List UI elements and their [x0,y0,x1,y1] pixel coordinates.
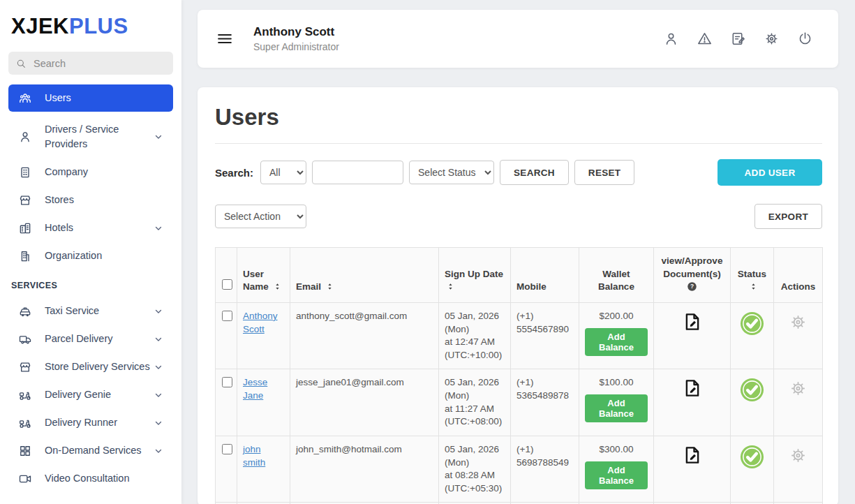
sidebar-item-company[interactable]: Company [8,158,173,186]
view-document-icon[interactable] [682,378,703,399]
wallet-cell: $200.00Add Balance [579,302,654,369]
alerts-icon[interactable] [697,31,713,47]
brand-logo: XJEKPLUS [0,0,181,47]
row-checkbox-cell [216,302,237,369]
sort-icon[interactable] [447,283,454,290]
brand-logo-blue: PLUS [69,14,128,38]
sidebar-search-input[interactable] [32,57,166,70]
user-name-link[interactable]: Anthony Scott [243,311,278,334]
company-icon [18,165,32,179]
add-balance-button[interactable]: Add Balance [585,394,648,422]
sidebar-item-video-consultation[interactable]: Video Consultation [8,465,173,492]
topbar: Anthony Scott Super Administrator [198,10,838,68]
search-icon [15,58,27,69]
sort-icon[interactable] [326,283,334,290]
email-cell: anthony_scott@gmail.com [290,302,439,369]
sidebar-item-store-delivery-services[interactable]: Store Delivery Services [8,353,173,380]
help-icon[interactable]: ? [687,281,697,292]
view-document-icon[interactable] [682,445,703,466]
search-term-input[interactable] [312,161,403,184]
documents-cell [654,369,731,436]
sidebar-item-organization[interactable]: Organization [8,242,173,269]
wallet-cell: $100.00Add Balance [579,369,654,436]
status-select[interactable]: Select Status [409,161,494,184]
user-name-link[interactable]: Jesse Jane [243,377,267,401]
wallet-cell: $300.00Add Balance [579,436,654,503]
chevron-down-icon [154,132,163,142]
sidebar-services-nav: Taxi ServiceParcel DeliveryStore Deliver… [0,297,181,492]
row-checkbox[interactable] [222,444,232,454]
view-document-icon[interactable] [682,311,703,332]
add-balance-button[interactable]: Add Balance [585,461,648,489]
user-name-cell: john smith [237,436,290,503]
row-actions-gear-icon[interactable] [789,379,808,398]
select-all-checkbox[interactable] [222,279,232,290]
signup-date-cell: 05 Jan, 2026 (Mon)at 11:27 AM (UTC:+08:0… [439,369,511,436]
action-row: Select Action EXPORT [215,204,822,229]
export-button[interactable]: EXPORT [754,204,822,229]
users-table: User Name Email Sign Up Date MobileWalle… [215,247,823,504]
sort-icon[interactable] [274,283,281,290]
add-balance-button[interactable]: Add Balance [585,328,648,356]
add-user-button[interactable]: ADD USER [718,159,822,186]
sort-icon[interactable] [750,283,757,290]
column-header-sign-up-date[interactable]: Sign Up Date [439,248,511,303]
row-checkbox-cell [216,436,237,503]
sidebar-item-delivery-runner[interactable]: Delivery Runner [8,409,173,436]
row-checkbox[interactable] [222,377,232,387]
mobile-cell: (+1) 5365489878 [511,369,579,436]
hotel-icon [18,221,32,235]
chevron-down-icon [154,306,163,316]
current-user-role: Super Administrator [253,41,339,52]
sidebar-item-users[interactable]: Users [8,84,173,112]
email-cell: john_smith@hotmail.com [290,436,439,503]
svg-text:?: ? [690,283,694,290]
reset-button[interactable]: RESET [574,160,635,185]
reports-icon[interactable] [730,31,746,47]
actions-cell [774,436,823,503]
column-header-user-name[interactable]: User Name [237,248,290,303]
mobile-cell: (+1) 5554567890 [511,302,579,369]
chevron-down-icon [154,446,163,456]
sidebar-item-stores[interactable]: Stores [8,186,173,214]
status-active-icon[interactable] [740,378,764,402]
sidebar-main-nav: UsersDrivers / Service ProvidersCompanyS… [0,84,181,269]
sidebar-item-on-demand-services[interactable]: On-Demand Services [8,437,173,464]
sidebar-item-drivers-service-providers[interactable]: Drivers / Service Providers [8,116,173,158]
brand-logo-black: XJEK [11,14,69,38]
row-checkbox-cell [216,369,237,436]
chevron-down-icon [154,418,163,428]
row-checkbox[interactable] [222,311,232,321]
status-active-icon[interactable] [740,311,764,336]
column-header-email[interactable]: Email [290,248,439,303]
documents-cell [654,302,731,369]
search-button[interactable]: SEARCH [500,160,569,185]
sidebar-item-delivery-genie[interactable]: Delivery Genie [8,381,173,408]
truck-icon [18,332,32,346]
bulk-action-select[interactable]: Select Action [215,205,306,228]
sidebar-item-taxi-service[interactable]: Taxi Service [8,297,173,325]
sidebar-item-hotels[interactable]: Hotels [8,214,173,242]
user-name-cell: Jesse Jane [237,369,290,436]
logout-icon[interactable] [797,31,813,47]
row-actions-gear-icon[interactable] [789,446,808,465]
sidebar-search[interactable] [8,52,173,75]
store-icon [18,193,32,207]
user-name-link[interactable]: john smith [243,444,265,468]
search-field-select[interactable]: All [260,161,306,184]
wallet-balance: $300.00 [585,443,648,457]
settings-icon[interactable] [764,31,780,47]
status-active-icon[interactable] [740,445,764,469]
chevron-down-icon [154,334,163,344]
menu-toggle-icon[interactable] [217,34,232,44]
wallet-balance: $100.00 [585,376,648,390]
chevron-down-icon [154,362,163,372]
sidebar-item-parcel-delivery[interactable]: Parcel Delivery [8,325,173,353]
column-header-status[interactable]: Status [731,248,774,303]
sidebar-section-label: SERVICES [0,270,181,297]
organization-icon [18,249,32,263]
row-actions-gear-icon[interactable] [789,313,808,332]
profile-icon[interactable] [663,31,679,47]
topbar-icons [663,31,813,47]
column-header-checkbox [216,248,237,303]
